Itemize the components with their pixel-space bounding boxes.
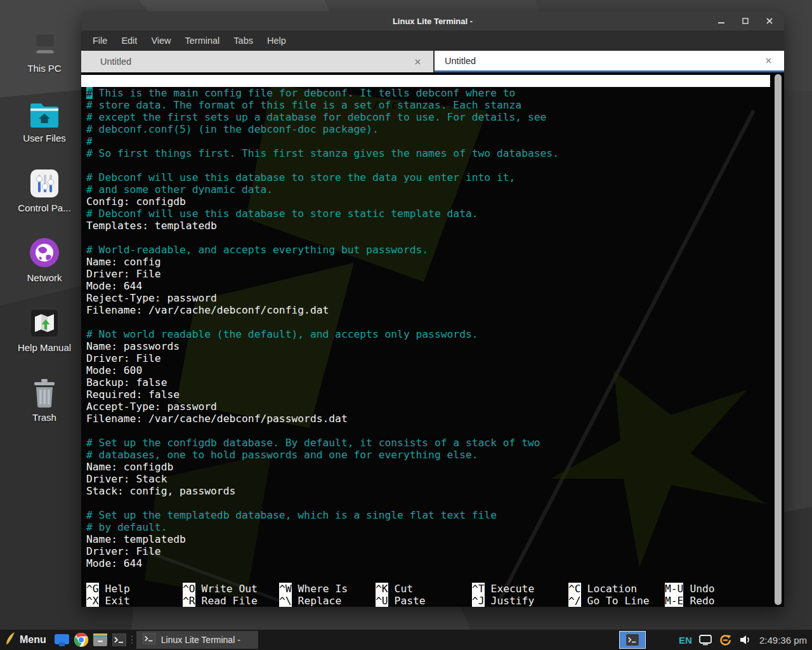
display-icon[interactable] (699, 635, 712, 646)
shortcut-label: Exit (99, 595, 130, 607)
shortcut-key: ^O (183, 583, 195, 595)
nano-shortcut: M-ERedo (665, 595, 768, 607)
menu-help[interactable]: Help (260, 32, 293, 49)
nano-line: # Set up the templatedb database, which … (86, 509, 768, 521)
nano-line: Stack: config, passwords (86, 485, 768, 497)
taskbar-window-button[interactable]: Linux Lite Terminal - (136, 631, 258, 649)
system-tray: EN 2:49:36 pm (619, 631, 812, 649)
nano-line: Name: templatedb (86, 533, 768, 545)
linuxlite-feather-icon (5, 632, 15, 648)
shortcut-key: ^C (568, 583, 581, 595)
shortcut-key: ^X (86, 595, 99, 607)
terminal-toggle-icon[interactable] (619, 631, 646, 649)
nano-shortcut: ^KCut (376, 583, 472, 595)
nano-line: # except the first sets up a database fo… (86, 111, 768, 123)
nano-line (86, 425, 768, 437)
tab-close-icon[interactable] (413, 57, 422, 66)
tab-untitled-1[interactable]: Untitled (81, 51, 435, 72)
nano-line: # Not world readable (the default), and … (86, 328, 768, 340)
menu-tabs[interactable]: Tabs (226, 32, 260, 49)
nano-line: Filename: /var/cache/debconf/config.dat (86, 304, 768, 316)
nano-line: # databases, one to hold passwords and o… (86, 449, 768, 461)
shortcut-label: Execute (485, 583, 535, 595)
sliders-icon (29, 149, 60, 202)
desktop-icon-help-manual[interactable]: Help Manual (8, 288, 81, 358)
menu-edit[interactable]: Edit (114, 32, 144, 49)
nano-line: Reject-Type: password (86, 292, 768, 304)
menu-file[interactable]: File (86, 32, 114, 49)
terminal-screen[interactable]: GNU nano 7.2 /etc/debconf.conf # This is… (81, 72, 784, 607)
chrome-icon[interactable] (72, 630, 91, 650)
nano-line: # store data. The format of this file is… (86, 99, 768, 111)
desktop-icon-network[interactable]: Network (8, 218, 81, 288)
nano-shortcut: ^RRead File (183, 595, 279, 607)
terminal-scrollbar[interactable] (775, 74, 782, 605)
nano-shortcut: ^TExecute (472, 583, 568, 595)
nano-shortcut: ^JJustify (472, 595, 568, 607)
nano-line: # Debconf will use this database to stor… (86, 208, 768, 220)
shortcut-key: ^K (376, 583, 388, 595)
terminal-window: Linux Lite Terminal - File Edit View Ter… (81, 11, 784, 607)
updates-icon[interactable] (719, 633, 732, 647)
menu-view[interactable]: View (144, 32, 178, 49)
nano-line: # debconf.conf(5) (in the debconf-doc pa… (86, 123, 768, 135)
terminal-icon[interactable] (110, 630, 129, 650)
maximize-icon[interactable] (741, 17, 750, 25)
window-buttons (717, 17, 784, 25)
shortcut-key: ^J (472, 595, 485, 607)
start-menu-label: Menu (20, 634, 46, 646)
shortcut-key: ^U (376, 595, 388, 607)
shortcut-label: Location (581, 583, 637, 595)
nano-titlebar: GNU nano 7.2 /etc/debconf.conf (81, 75, 770, 87)
shortcut-label: Write Out (195, 583, 258, 595)
shortcut-label: Read File (195, 595, 258, 607)
shortcut-key: M-U (665, 583, 683, 595)
shortcut-label: Paste (388, 595, 426, 607)
nano-shortcut: ^UPaste (376, 595, 472, 607)
keyboard-layout-indicator[interactable]: EN (679, 635, 692, 646)
desktop-icon-user-files[interactable]: User Files (8, 79, 81, 149)
nano-line: Filename: /var/cache/debconf/passwords.d… (86, 413, 768, 425)
desktop-icon-this-pc[interactable]: This PC (8, 9, 81, 79)
desktop-icon-label: User Files (23, 133, 66, 143)
workspaces-icon[interactable] (53, 630, 72, 650)
nano-line: # Debconf will use this database to stor… (86, 171, 768, 183)
desktop-icon-control-panel[interactable]: Control Pa... (8, 149, 81, 218)
file-manager-icon[interactable] (91, 630, 110, 650)
tab-untitled-2[interactable]: Untitled (435, 51, 784, 72)
nano-line: Name: config (86, 256, 768, 268)
start-menu-button[interactable]: Menu (0, 630, 53, 650)
trash-icon (30, 358, 59, 412)
shortcut-key: M-E (665, 595, 683, 607)
nano-line: # by default. (86, 521, 768, 533)
nano-line: Mode: 644 (86, 280, 768, 292)
nano-line (86, 232, 768, 244)
nano-line: # (86, 135, 768, 147)
desktop-icon-column: This PC User Files (8, 9, 81, 428)
window-titlebar[interactable]: Linux Lite Terminal - (81, 11, 784, 30)
taskbar-clock[interactable]: 2:49:36 pm (759, 635, 807, 646)
shortcut-label: Help (99, 583, 130, 595)
shortcut-key: ^R (183, 595, 195, 607)
tab-label: Untitled (100, 56, 131, 67)
desktop-icon-label: Help Manual (18, 342, 71, 353)
nano-line: Driver: Stack (86, 473, 768, 485)
shortcut-label: Go To Line (581, 595, 650, 607)
globe-icon (29, 218, 60, 272)
volume-icon[interactable] (739, 634, 752, 646)
menu-terminal[interactable]: Terminal (178, 32, 227, 49)
nano-line: Driver: File (86, 352, 768, 364)
minimize-icon[interactable] (717, 17, 726, 25)
nano-shortcut-row-2: ^XExit^RRead File^\Replace^UPaste^JJusti… (86, 595, 768, 607)
tab-close-icon[interactable] (764, 56, 773, 65)
nano-line (86, 497, 768, 509)
shortcut-label: Where Is (292, 583, 348, 595)
close-icon[interactable] (765, 17, 774, 25)
nano-shortcut-bar: ^GHelp^OWrite Out^WWhere Is^KCut^TExecut… (86, 583, 768, 607)
drag-handle-icon[interactable] (129, 630, 135, 650)
shortcut-label: Undo (683, 583, 714, 595)
nano-line (86, 316, 768, 328)
nano-line: # So first things first. This first stan… (86, 147, 768, 159)
shortcut-key: ^W (279, 583, 292, 595)
desktop-icon-trash[interactable]: Trash (8, 358, 81, 428)
